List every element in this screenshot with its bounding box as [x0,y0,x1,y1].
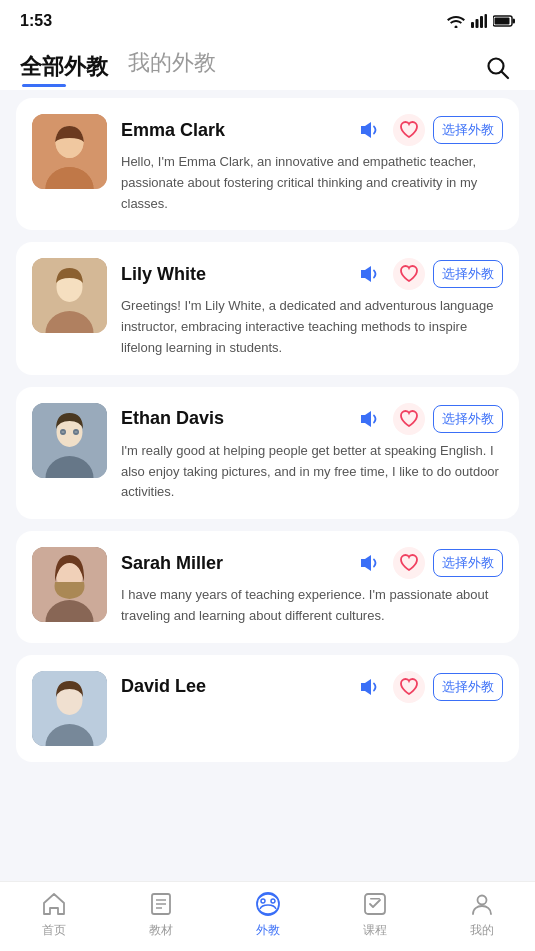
svg-rect-2 [480,16,483,28]
audio-icon [358,119,380,141]
audio-icon [358,408,380,430]
bottom-nav: 首页 教材 外教 [0,881,535,951]
nav-item-mine[interactable]: 我的 [428,890,535,939]
audio-button[interactable] [353,547,385,579]
audio-icon [358,676,380,698]
favorite-button[interactable] [393,547,425,579]
tab-all-teachers-label: 全部外教 [20,54,108,89]
home-icon [40,890,68,918]
teacher-name: David Lee [121,676,345,697]
avatar [32,258,107,333]
teacher-info: Lily White 选择外教 Greetings! I'm Lily Whit… [121,258,503,358]
status-icons [447,14,515,28]
heart-icon [399,120,419,140]
svg-rect-6 [495,18,510,25]
teacher-card: Sarah Miller 选择外教 I have many years of t… [16,531,519,643]
svg-point-42 [477,896,486,905]
search-icon [485,55,511,81]
tab-my-teachers-label: 我的外教 [128,50,216,85]
teacher-info: Emma Clark 选择外教 Hello, I'm Emma Clark, a… [121,114,503,214]
audio-icon [358,552,380,574]
heart-icon [399,677,419,697]
battery-icon [493,15,515,27]
teacher-desc: Greetings! I'm Lily White, a dedicated a… [121,296,503,358]
teacher-desc: I have many years of teaching experience… [121,585,503,627]
teacher-name-row: Lily White 选择外教 [121,258,503,290]
audio-button[interactable] [353,114,385,146]
teacher-card: Emma Clark 选择外教 Hello, I'm Emma Clark, a… [16,98,519,230]
teacher-name-row: David Lee 选择外教 [121,671,503,703]
svg-rect-41 [370,898,380,900]
svg-marker-24 [361,411,371,427]
teacher-info: David Lee 选择外教 [121,671,503,709]
svg-rect-0 [471,22,474,28]
svg-rect-3 [485,14,488,28]
nav-label-teachers: 外教 [256,922,280,939]
teacher-name-row: Emma Clark 选择外教 [121,114,503,146]
audio-button[interactable] [353,258,385,290]
avatar [32,671,107,746]
avatar [32,547,107,622]
svg-rect-1 [476,19,479,28]
heart-icon [399,409,419,429]
select-teacher-button[interactable]: 选择外教 [433,260,503,288]
svg-point-39 [271,899,275,903]
wifi-icon [447,14,465,28]
header: 全部外教 我的外教 [0,38,535,90]
teacher-name-row: Ethan Davis 选择外教 [121,403,503,435]
signal-icon [471,14,487,28]
tabs-left: 全部外教 我的外教 [20,48,216,90]
teacher-desc: Hello, I'm Emma Clark, an innovative and… [121,152,503,214]
teacher-info: Ethan Davis 选择外教 I'm really good at help… [121,403,503,503]
teacher-name: Emma Clark [121,120,345,141]
teacher-desc: I'm really good at helping people get be… [121,441,503,503]
mine-icon [468,890,496,918]
select-teacher-button[interactable]: 选择外教 [433,673,503,701]
search-button[interactable] [481,51,515,88]
svg-marker-32 [361,679,371,695]
audio-button[interactable] [353,671,385,703]
heart-icon [399,264,419,284]
svg-line-8 [502,71,509,78]
teacher-name: Lily White [121,264,345,285]
svg-marker-14 [361,122,371,138]
audio-button[interactable] [353,403,385,435]
teacher-name-row: Sarah Miller 选择外教 [121,547,503,579]
status-bar: 1:53 [0,0,535,38]
nav-label-home: 首页 [42,922,66,939]
teachers-icon [254,890,282,918]
favorite-button[interactable] [393,258,425,290]
favorite-button[interactable] [393,114,425,146]
select-teacher-button[interactable]: 选择外教 [433,116,503,144]
svg-marker-18 [361,266,371,282]
avatar [32,403,107,478]
courses-icon [361,890,389,918]
audio-icon [358,263,380,285]
nav-item-courses[interactable]: 课程 [321,890,428,939]
nav-item-home[interactable]: 首页 [0,890,107,939]
heart-icon [399,553,419,573]
nav-item-materials[interactable]: 教材 [107,890,214,939]
nav-label-courses: 课程 [363,922,387,939]
materials-icon [147,890,175,918]
svg-marker-28 [361,555,371,571]
teacher-list: Emma Clark 选择外教 Hello, I'm Emma Clark, a… [0,90,535,842]
teacher-info: Sarah Miller 选择外教 I have many years of t… [121,547,503,627]
select-teacher-button[interactable]: 选择外教 [433,405,503,433]
nav-label-mine: 我的 [470,922,494,939]
tab-all-teachers[interactable]: 全部外教 [20,52,108,87]
svg-rect-5 [513,19,516,24]
status-time: 1:53 [20,12,52,30]
nav-label-materials: 教材 [149,922,173,939]
tab-my-teachers[interactable]: 我的外教 [128,48,216,90]
teacher-card: Ethan Davis 选择外教 I'm really good at help… [16,387,519,519]
teacher-card: Lily White 选择外教 Greetings! I'm Lily Whit… [16,242,519,374]
teacher-card: David Lee 选择外教 [16,655,519,762]
favorite-button[interactable] [393,403,425,435]
select-teacher-button[interactable]: 选择外教 [433,549,503,577]
favorite-button[interactable] [393,671,425,703]
nav-item-teachers[interactable]: 外教 [214,890,321,939]
teacher-name: Ethan Davis [121,408,345,429]
avatar [32,114,107,189]
header-tabs: 全部外教 我的外教 [20,48,515,90]
